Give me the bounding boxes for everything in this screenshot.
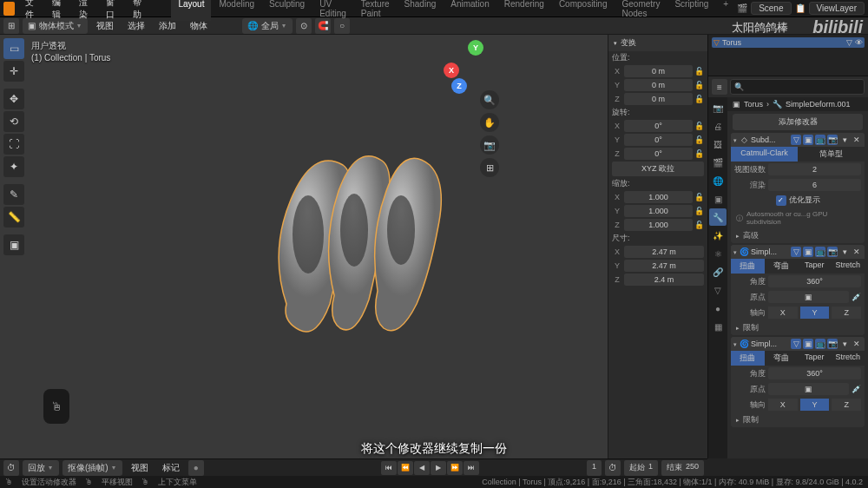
select-tool[interactable]: ▭ xyxy=(3,38,24,59)
ptab-world[interactable]: 🌐 xyxy=(709,172,727,189)
jump-end-icon[interactable]: ⏭ xyxy=(464,461,479,475)
scale-z-field[interactable]: 1.000 xyxy=(624,219,693,231)
lock-icon[interactable]: 🔓 xyxy=(694,81,704,89)
scene-selector[interactable]: Scene xyxy=(751,2,791,15)
axis-x-button[interactable]: X xyxy=(768,399,798,411)
move-tool[interactable]: ✥ xyxy=(3,89,24,109)
tab-shading[interactable]: Shading xyxy=(398,0,444,21)
playback-dropdown[interactable]: 回放 xyxy=(23,460,59,476)
timeline-view[interactable]: 视图 xyxy=(126,460,154,476)
ptab-constraint[interactable]: 🔗 xyxy=(709,263,727,280)
lock-icon[interactable]: 🔓 xyxy=(694,149,704,158)
bend-tab[interactable]: 弯曲 xyxy=(765,259,799,274)
3d-viewport[interactable]: ▭ ✛ ✥ ⟲ ⛶ ✦ ✎ 📏 ▣ 用户透视 (1) Collection | … xyxy=(0,35,608,458)
mode-dropdown[interactable]: ▣物体模式 xyxy=(23,18,88,34)
torus-object-render[interactable] xyxy=(243,122,469,365)
lock-icon[interactable]: 🔓 xyxy=(694,221,704,229)
transform-panel-header[interactable]: 变换 xyxy=(608,35,707,51)
axis-y-button[interactable]: Y xyxy=(800,307,830,319)
add-menu[interactable]: 添加 xyxy=(154,18,181,34)
realtime-icon[interactable]: 📺 xyxy=(815,135,825,145)
lock-icon[interactable]: 🔓 xyxy=(694,135,704,144)
proportional-icon[interactable]: ○ xyxy=(334,18,350,34)
end-frame-field[interactable]: 结束 250 xyxy=(661,460,704,476)
lock-icon[interactable]: 🔓 xyxy=(694,95,704,103)
render-icon[interactable]: 📷 xyxy=(827,135,838,145)
loc-y-field[interactable]: 0 m xyxy=(624,79,693,91)
object-menu[interactable]: 物体 xyxy=(185,18,213,34)
close-icon[interactable]: ✕ xyxy=(852,247,862,257)
jump-start-icon[interactable]: ⏮ xyxy=(381,461,397,475)
render-levels-field[interactable]: 6 xyxy=(768,179,861,191)
ptab-texture[interactable]: ▦ xyxy=(709,318,727,335)
twist-tab[interactable]: 扭曲 xyxy=(731,351,765,366)
play-reverse-icon[interactable]: ◀ xyxy=(414,461,430,475)
rot-x-field[interactable]: 0° xyxy=(624,120,693,132)
tab-uv[interactable]: UV Editing xyxy=(312,0,353,21)
axis-x-button[interactable]: X xyxy=(768,307,798,319)
viewport-levels-field[interactable]: 2 xyxy=(768,163,861,175)
render-icon[interactable]: 📷 xyxy=(827,339,838,349)
addcube-tool[interactable]: ▣ xyxy=(3,234,24,255)
dim-y-field[interactable]: 2.47 m xyxy=(624,260,704,272)
orientation-dropdown[interactable]: 🌐全局 xyxy=(242,18,293,34)
pivot-icon[interactable]: ⊙ xyxy=(296,18,312,34)
start-frame-field[interactable]: 起始 1 xyxy=(624,460,658,476)
realtime-icon[interactable]: 📺 xyxy=(815,339,825,349)
camera-icon[interactable]: 📷 xyxy=(480,135,499,155)
render-icon[interactable]: 📷 xyxy=(827,247,838,257)
rotation-mode[interactable]: XYZ 欧拉 xyxy=(612,162,704,176)
mesh-data-icon[interactable]: ▽ xyxy=(846,38,852,47)
snap-icon[interactable]: 🧲 xyxy=(315,18,331,34)
taper-tab[interactable]: Taper xyxy=(798,259,832,274)
dropdown-icon[interactable]: ▾ xyxy=(839,135,850,145)
angle-field[interactable]: 360° xyxy=(768,367,861,379)
tab-add[interactable]: + xyxy=(716,0,735,21)
ptab-physics[interactable]: ⚛ xyxy=(709,245,727,262)
zoom-icon[interactable]: 🔍 xyxy=(480,90,499,109)
dim-z-field[interactable]: 2.4 m xyxy=(624,274,704,286)
measure-tool[interactable]: 📏 xyxy=(3,207,24,228)
tab-scripting[interactable]: Scripting xyxy=(667,0,715,21)
lock-icon[interactable]: 🔓 xyxy=(694,207,704,215)
close-icon[interactable]: ✕ xyxy=(852,339,862,349)
ptab-particle[interactable]: ✨ xyxy=(709,227,727,244)
edit-mode-icon[interactable]: ▽ xyxy=(791,247,801,257)
axis-z-button[interactable]: Z xyxy=(832,399,861,411)
deform2-header[interactable]: 🌀 Simpl... ▽ ▣ 📺 📷 ▾ ✕ xyxy=(731,337,865,351)
realtime-icon[interactable]: 📺 xyxy=(815,247,825,257)
ptab-mesh[interactable]: ▽ xyxy=(709,281,727,299)
display-icon[interactable]: ▣ xyxy=(803,247,813,257)
close-icon[interactable]: ✕ xyxy=(852,135,862,145)
rot-y-field[interactable]: 0° xyxy=(624,134,693,146)
display-icon[interactable]: ▣ xyxy=(803,135,813,145)
cursor-tool[interactable]: ✛ xyxy=(3,61,24,82)
stretch-tab[interactable]: Stretch xyxy=(832,351,865,366)
timeline-marker[interactable]: 标记 xyxy=(157,460,185,476)
tab-animation[interactable]: Animation xyxy=(444,0,496,21)
lock-icon[interactable]: 🔓 xyxy=(694,193,704,201)
lock-icon[interactable]: 🔓 xyxy=(694,67,704,76)
deform1-header[interactable]: 🌀 Simpl... ▽ ▣ 📺 📷 ▾ ✕ xyxy=(731,245,865,259)
edit-mode-icon[interactable]: ▽ xyxy=(791,135,801,145)
transform-tool[interactable]: ✦ xyxy=(3,156,24,177)
simple-tab[interactable]: 简单型 xyxy=(798,147,865,162)
preview-range-icon[interactable]: ⏱ xyxy=(605,460,621,476)
rot-z-field[interactable]: 0° xyxy=(624,148,693,160)
origin-field[interactable]: ▣ xyxy=(768,383,849,395)
dropdown-icon[interactable]: ▾ xyxy=(839,339,850,349)
view-menu[interactable]: 视图 xyxy=(91,18,119,34)
edit-mode-icon[interactable]: ▽ xyxy=(791,339,801,349)
tab-geonodes[interactable]: Geometry Nodes xyxy=(615,0,667,21)
ptab-scene[interactable]: 🎬 xyxy=(709,154,727,171)
scale-x-field[interactable]: 1.000 xyxy=(624,191,693,203)
ptab-viewlayer[interactable]: 🖼 xyxy=(709,135,727,153)
ptab-output[interactable]: 🖨 xyxy=(709,117,727,135)
timeline-editor-icon[interactable]: ⏱ xyxy=(3,460,19,476)
chevron-down-icon[interactable] xyxy=(733,135,737,144)
gizmo-z-icon[interactable]: Z xyxy=(451,78,467,94)
visibility-icon[interactable]: 👁 xyxy=(855,38,863,47)
outliner-row-torus[interactable]: ▽ Torus ▽ 👁 xyxy=(712,37,865,48)
ptab-render[interactable]: 📷 xyxy=(709,99,727,116)
navigation-gizmo[interactable]: X Y Z xyxy=(444,40,490,87)
